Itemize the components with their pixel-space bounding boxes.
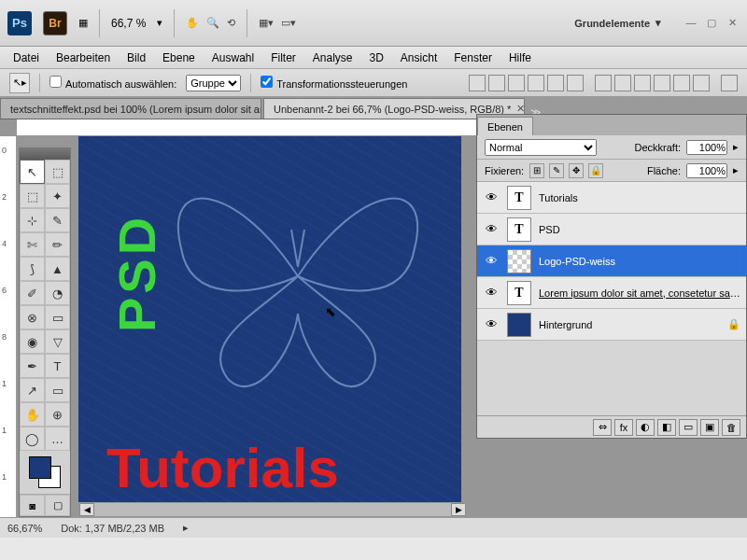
chevron-down-icon[interactable]: ▸ [733, 164, 739, 176]
tool-button[interactable]: ⟆ [20, 257, 45, 281]
status-doc-size[interactable]: Dok: 1,37 MB/2,23 MB [61, 523, 164, 534]
close-button[interactable]: ✕ [725, 17, 740, 29]
align-icon[interactable] [547, 75, 564, 91]
arrange-icon[interactable]: ▦▾ [259, 17, 274, 29]
chevron-down-icon[interactable]: ▾ [157, 17, 162, 29]
visibility-icon[interactable]: 👁 [483, 316, 500, 333]
zoom-icon[interactable]: 🔍 [206, 17, 219, 29]
maximize-button[interactable]: ▢ [704, 17, 719, 29]
tool-button[interactable]: ◔ [45, 281, 70, 305]
active-tool-icon[interactable]: ↖▸ [9, 73, 30, 93]
layer-action-icon[interactable]: ◐ [636, 419, 655, 436]
layer-row[interactable]: 👁TTutorials [477, 182, 746, 214]
layer-action-icon[interactable]: ⇔ [593, 419, 612, 436]
tool-button[interactable]: … [45, 427, 70, 451]
menu-ansicht[interactable]: Ansicht [393, 49, 444, 67]
layers-panel[interactable]: Ebenen Normal Deckkraft: ▸ Fixieren: ⊞ ✎… [476, 114, 747, 439]
lock-paint-icon[interactable]: ✎ [549, 163, 564, 178]
layer-thumbnail[interactable]: T [507, 186, 531, 210]
photoshop-logo-icon[interactable]: Ps [7, 11, 32, 35]
distribute-icon[interactable] [614, 75, 631, 91]
tool-button[interactable]: T [45, 354, 70, 378]
tool-button[interactable]: ⊗ [20, 305, 45, 329]
layer-action-icon[interactable]: ▭ [679, 419, 698, 436]
menu-bild[interactable]: Bild [120, 49, 153, 67]
document-tab[interactable]: textschnitteffekt.psd bei 100% (Lorem ip… [0, 98, 261, 119]
tool-button[interactable]: ✄ [20, 232, 45, 257]
status-zoom[interactable]: 66,67% [7, 523, 42, 534]
panel-grip[interactable] [20, 148, 70, 160]
layer-thumbnail[interactable]: T [507, 217, 531, 242]
fill-input[interactable] [686, 163, 727, 178]
arrange-icon[interactable] [721, 75, 738, 91]
scroll-right-icon[interactable]: ▶ [451, 503, 466, 516]
visibility-icon[interactable]: 👁 [483, 285, 500, 301]
ruler-vertical[interactable]: 0 2 4 6 8 1 1 1 [0, 136, 17, 519]
layer-row[interactable]: 👁Logo-PSD-weiss [477, 245, 746, 277]
tool-button[interactable]: ✐ [20, 281, 45, 305]
tool-button[interactable]: ▭ [45, 378, 70, 402]
layer-action-icon[interactable]: 🗑 [722, 419, 740, 436]
layer-row[interactable]: 👁TPSD [477, 214, 746, 245]
tools-panel[interactable]: ↖⬚⬚✦⊹✎✄✏⟆▲✐◔⊗▭◉▽✒T↗▭✋⊕◯… ◙ ▢ [19, 147, 71, 517]
tool-button[interactable]: ◉ [20, 329, 45, 354]
color-swatches[interactable] [20, 451, 70, 494]
tool-button[interactable]: ⊕ [45, 402, 70, 427]
bridge-logo-icon[interactable]: Br [43, 11, 67, 35]
menu-3d[interactable]: 3D [362, 49, 391, 67]
auto-select-target[interactable]: Gruppe [186, 75, 241, 91]
menu-bearbeiten[interactable]: Bearbeiten [49, 49, 118, 67]
tool-button[interactable]: ↖ [20, 160, 45, 184]
lock-position-icon[interactable]: ✥ [569, 163, 584, 178]
tool-button[interactable]: ✋ [20, 402, 45, 427]
align-icon[interactable] [567, 75, 584, 91]
layer-action-icon[interactable]: ◧ [657, 419, 676, 436]
tool-button[interactable]: ✒ [20, 354, 45, 378]
foreground-color-swatch[interactable] [29, 456, 51, 479]
layer-row[interactable]: 👁TLorem ipsum dolor sit amet, consetetur… [477, 277, 746, 309]
chevron-down-icon[interactable]: ▸ [733, 141, 739, 153]
tool-button[interactable]: ▭ [45, 305, 70, 329]
tool-button[interactable]: ⬚ [45, 160, 70, 184]
layer-row[interactable]: 👁Hintergrund🔒 [477, 309, 746, 341]
scrollbar-horizontal[interactable]: ◀ ▶ [78, 502, 467, 517]
tool-button[interactable]: ◯ [20, 427, 45, 451]
screen-mode-icon[interactable]: ▭▾ [281, 17, 296, 29]
document-canvas[interactable]: PSD Tutorials PSD-Tutorials.de ⬉ [78, 136, 461, 519]
menu-analyse[interactable]: Analyse [305, 49, 360, 67]
layer-name[interactable]: Hintergrund [539, 319, 720, 330]
panel-toggle-icon[interactable]: ▦ [78, 17, 88, 29]
distribute-icon[interactable] [693, 75, 710, 91]
layer-action-icon[interactable]: fx [614, 419, 633, 436]
menu-auswahl[interactable]: Auswahl [204, 49, 261, 67]
rotate-icon[interactable]: ⟲ [227, 17, 235, 29]
layer-name[interactable]: Tutorials [539, 192, 740, 203]
align-icon[interactable] [488, 75, 505, 91]
distribute-icon[interactable] [673, 75, 690, 91]
blend-mode-select[interactable]: Normal [485, 139, 597, 156]
menu-hilfe[interactable]: Hilfe [501, 49, 539, 67]
visibility-icon[interactable]: 👁 [483, 221, 500, 238]
menu-ebene[interactable]: Ebene [155, 49, 203, 67]
layer-name[interactable]: Lorem ipsum dolor sit amet, consetetur s… [539, 287, 740, 299]
tool-button[interactable]: ▽ [45, 329, 70, 354]
lock-all-icon[interactable]: 🔒 [588, 163, 603, 178]
screenmode-icon[interactable]: ▢ [45, 495, 70, 516]
distribute-icon[interactable] [595, 75, 612, 91]
scroll-track[interactable] [94, 503, 451, 516]
tool-button[interactable]: ✦ [45, 184, 70, 208]
tool-button[interactable]: ↗ [20, 378, 45, 402]
layer-name[interactable]: PSD [539, 224, 740, 235]
workspace-switcher[interactable]: Grundelemente ▾ [574, 17, 661, 29]
lock-transparent-icon[interactable]: ⊞ [529, 163, 544, 178]
layer-thumbnail[interactable]: T [507, 281, 531, 305]
minimize-button[interactable]: — [684, 17, 698, 29]
layer-thumbnail[interactable] [507, 249, 531, 273]
align-icon[interactable] [508, 75, 525, 91]
layers-tab[interactable]: Ebenen [477, 117, 533, 135]
menu-filter[interactable]: Filter [263, 49, 303, 67]
visibility-icon[interactable]: 👁 [483, 189, 500, 206]
tool-button[interactable]: ✎ [45, 208, 70, 232]
visibility-icon[interactable]: 👁 [483, 253, 500, 270]
align-icon[interactable] [528, 75, 544, 91]
